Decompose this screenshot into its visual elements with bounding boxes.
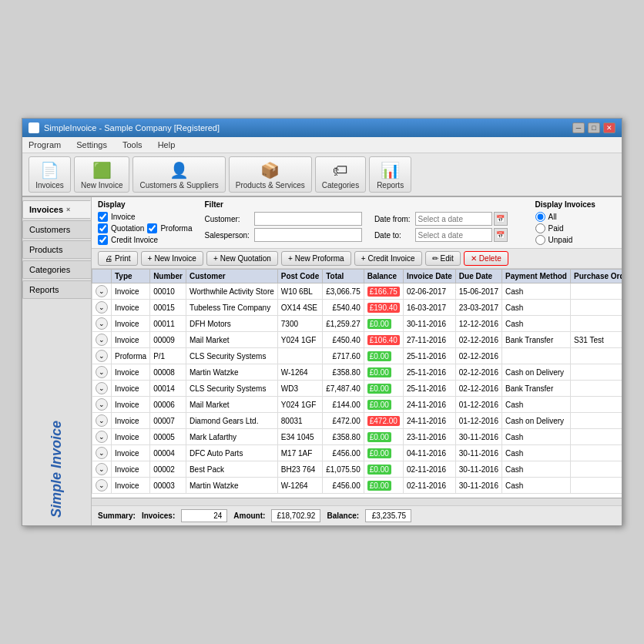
sidebar-tab-products[interactable]: Products — [22, 240, 91, 259]
payment-cell: Cash — [501, 478, 570, 494]
postcode-cell: W-1264 — [277, 478, 322, 494]
expand-button[interactable]: ⌄ — [96, 463, 108, 475]
sidebar-tab-customers[interactable]: Customers — [22, 220, 91, 239]
toolbar-new-invoice[interactable]: 🟩 New Invoice — [74, 156, 129, 193]
number-cell: 00002 — [150, 461, 186, 478]
number-cell: 00006 — [150, 397, 186, 413]
toolbar-reports[interactable]: 📊 Reports — [369, 156, 411, 193]
date-from-calendar[interactable]: 📅 — [494, 212, 508, 226]
cb-proforma[interactable] — [147, 223, 157, 233]
customer-input[interactable] — [254, 212, 362, 226]
invoices-count: 24 — [181, 509, 227, 522]
expand-button[interactable]: ⌄ — [96, 414, 108, 427]
col-balance[interactable]: Balance — [364, 270, 403, 283]
table-row[interactable]: ⌄ Invoice 00003 Martin Watzke W-1264 £45… — [92, 478, 622, 494]
invoice-date-cell: 25-11-2016 — [403, 364, 455, 381]
number-cell: 00014 — [150, 381, 186, 397]
total-cell: £358.80 — [323, 429, 364, 445]
display-invoices-section: Display Invoices All Paid Unpaid — [535, 200, 595, 245]
date-to-calendar[interactable]: 📅 — [494, 228, 508, 242]
total-cell: £1,075.50 — [323, 461, 364, 478]
delete-button[interactable]: ✕ Delete — [464, 251, 508, 266]
table-row[interactable]: ⌄ Invoice 00009 Mail Market Y024 1GF £45… — [92, 332, 622, 348]
table-row[interactable]: ⌄ Invoice 00004 DFC Auto Parts M17 1AF £… — [92, 445, 622, 461]
toolbar-products[interactable]: 📦 Products & Services — [229, 156, 312, 193]
col-number[interactable]: Number — [150, 270, 186, 283]
col-type[interactable]: Type — [112, 270, 150, 283]
expand-button[interactable]: ⌄ — [96, 398, 108, 411]
col-customer[interactable]: Customer — [186, 270, 277, 283]
expand-button[interactable]: ⌄ — [96, 317, 108, 330]
table-row[interactable]: ⌄ Invoice 00008 Martin Watzke W-1264 £35… — [92, 364, 622, 381]
sidebar-tab-categories[interactable]: Categories — [22, 260, 91, 279]
radio-unpaid[interactable] — [535, 235, 545, 245]
date-to-input[interactable] — [415, 228, 492, 242]
expand-button[interactable]: ⌄ — [96, 366, 108, 378]
table-row[interactable]: ⌄ Invoice 00006 Mail Market Y024 1GF £14… — [92, 397, 622, 413]
new-invoice-button[interactable]: + New Invoice — [141, 251, 203, 266]
radio-all[interactable] — [535, 212, 545, 222]
table-row[interactable]: ⌄ Proforma P/1 CLS Security Systems £717… — [92, 348, 622, 364]
toolbar-invoices[interactable]: 📄 Invoices — [29, 156, 71, 193]
sidebar-tab-invoices[interactable]: Invoices × — [22, 200, 91, 219]
cb-quotation[interactable] — [98, 223, 108, 233]
reports-icon: 📊 — [378, 159, 403, 181]
table-row[interactable]: ⌄ Invoice 00015 Tubeless Tire Company OX… — [92, 300, 622, 316]
menu-program[interactable]: Program — [25, 139, 64, 151]
credit-invoice-button[interactable]: + Credit Invoice — [354, 251, 422, 266]
expand-button[interactable]: ⌄ — [96, 431, 108, 443]
toolbar-invoices-label: Invoices — [35, 181, 64, 190]
payment-cell: Cash — [501, 397, 570, 413]
expand-button[interactable]: ⌄ — [96, 447, 108, 459]
expand-button[interactable]: ⌄ — [96, 301, 108, 314]
expand-button[interactable]: ⌄ — [96, 334, 108, 346]
cb-invoice[interactable] — [98, 212, 108, 222]
edit-button[interactable]: ✏ Edit — [425, 251, 461, 266]
payment-cell: Cash — [501, 445, 570, 461]
maximize-button[interactable]: □ — [588, 122, 600, 133]
table-row[interactable]: ⌄ Invoice 00002 Best Pack BH23 764 £1,07… — [92, 461, 622, 478]
col-po[interactable]: Purchase Order — [570, 270, 622, 283]
table-row[interactable]: ⌄ Invoice 00005 Mark Lafarthy E34 1045 £… — [92, 429, 622, 445]
cb-credit-invoice[interactable] — [98, 235, 108, 245]
postcode-cell: W-1264 — [277, 364, 322, 381]
new-invoice-plus-icon: + — [148, 254, 153, 263]
col-due-date[interactable]: Due Date — [455, 270, 501, 283]
new-proforma-button[interactable]: + New Proforma — [281, 251, 351, 266]
table-row[interactable]: ⌄ Invoice 00007 Diamond Gears Ltd. 80031… — [92, 413, 622, 429]
radio-paid[interactable] — [535, 223, 545, 233]
toolbar-categories[interactable]: 🏷 Categories — [315, 156, 366, 193]
new-quotation-button[interactable]: + New Quotation — [206, 251, 278, 266]
expand-button[interactable]: ⌄ — [96, 382, 108, 394]
close-button[interactable]: ✕ — [603, 122, 615, 133]
table-row[interactable]: ⌄ Invoice 00014 CLS Security Systems WD3… — [92, 381, 622, 397]
po-cell — [570, 300, 622, 316]
col-payment[interactable]: Payment Method — [501, 270, 570, 283]
col-total[interactable]: Total — [323, 270, 364, 283]
total-cell: £144.00 — [323, 397, 364, 413]
sidebar-invoices-close[interactable]: × — [66, 206, 70, 213]
expand-button[interactable]: ⌄ — [96, 350, 108, 362]
col-invoice-date[interactable]: Invoice Date — [403, 270, 455, 283]
toolbar-customers[interactable]: 👤 Customers & Suppliers — [132, 156, 225, 193]
sidebar-tab-reports[interactable]: Reports — [22, 280, 91, 299]
date-from-input[interactable] — [415, 212, 492, 226]
minimize-button[interactable]: ─ — [572, 122, 585, 133]
horizontal-scrollbar[interactable] — [92, 498, 622, 505]
menu-tools[interactable]: Tools — [119, 139, 146, 151]
customer-cell: Mail Market — [186, 332, 277, 348]
balance-cell: £166.75 — [364, 283, 403, 300]
expand-button[interactable]: ⌄ — [96, 285, 108, 297]
salesperson-input[interactable] — [254, 228, 362, 242]
type-cell: Invoice — [112, 300, 150, 316]
col-postcode[interactable]: Post Code — [277, 270, 322, 283]
due-date-cell: 02-12-2016 — [455, 381, 501, 397]
menu-settings[interactable]: Settings — [73, 139, 110, 151]
table-row[interactable]: ⌄ Invoice 00011 DFH Motors 7300 £1,259.2… — [92, 316, 622, 332]
expand-button[interactable]: ⌄ — [96, 479, 108, 491]
customer-cell: Diamond Gears Ltd. — [186, 413, 277, 429]
table-row[interactable]: ⌄ Invoice 00010 Worthwhile Activity Stor… — [92, 283, 622, 300]
menu-help[interactable]: Help — [155, 139, 179, 151]
due-date-cell: 02-12-2016 — [455, 364, 501, 381]
print-button[interactable]: 🖨 Print — [98, 251, 138, 266]
